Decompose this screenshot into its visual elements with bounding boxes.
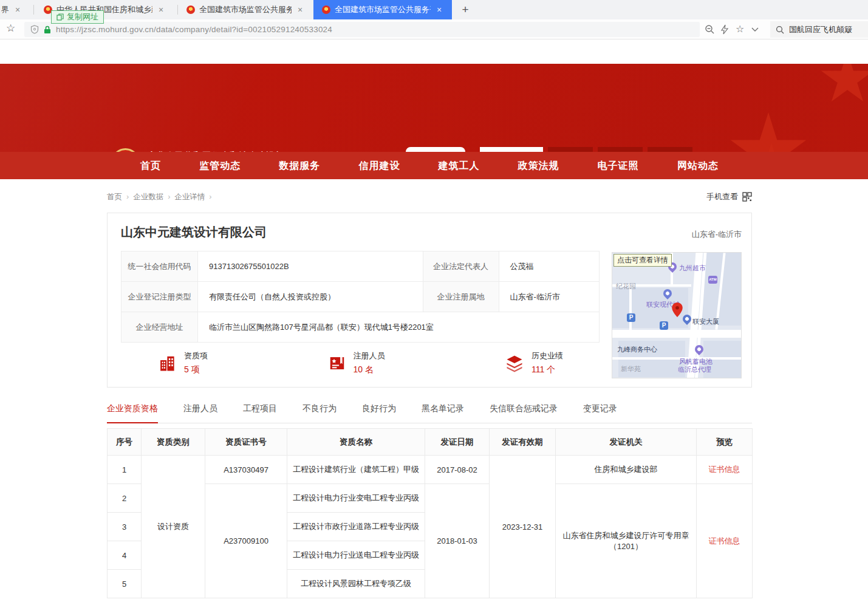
browser-tab-jzsc[interactable]: 全国建筑市场监管公共服务平台 ×	[179, 0, 312, 19]
lightning-icon[interactable]	[720, 24, 729, 35]
quick-search-text[interactable]: 国航回应飞机颠簸	[789, 24, 852, 35]
nav-item-ecert[interactable]: 电子证照	[598, 152, 639, 179]
search-tab-credit[interactable]: 诚信记录	[648, 147, 692, 152]
zoom-out-icon[interactable]	[705, 24, 715, 35]
url-bar[interactable]: https://jzsc.mohurd.gov.cn/data/company/…	[24, 22, 700, 37]
browser-tab-active[interactable]: 全国建筑市场监管公共服务平台 ×	[313, 0, 452, 19]
col-preview: 预览	[697, 429, 753, 456]
map-label-business-center: 九峰商务中心	[617, 345, 657, 354]
nav-item-policy[interactable]: 政策法规	[518, 152, 559, 179]
copy-tooltip-label: 复制网址	[67, 12, 98, 22]
mobile-view-label: 手机查看	[706, 191, 738, 202]
tab-close-icon[interactable]: ×	[298, 5, 302, 15]
tab-registered-personnel[interactable]: 注册人员	[183, 403, 217, 423]
chevron-down-icon[interactable]	[751, 27, 759, 32]
nav-item-home[interactable]: 首页	[140, 152, 161, 179]
cell-issue-date: 2018-01-03	[425, 484, 490, 598]
new-tab-button[interactable]: +	[457, 2, 473, 18]
site-banner: ★ 中华人民共和国住房和城乡建设部 www.mohurd.gov.cn 全国建筑…	[0, 64, 868, 152]
nav-item-news[interactable]: 网站动态	[677, 152, 719, 179]
search-tab-project[interactable]: 建设项目	[598, 147, 643, 152]
breadcrumb: 首页 › 企业数据 › 企业详情 ›	[107, 192, 212, 202]
bookmark-star-icon[interactable]: ☆	[6, 22, 15, 35]
emblem-favicon-icon	[322, 5, 330, 14]
breadcrumb-home[interactable]: 首页	[107, 192, 122, 202]
detail-tabs: 企业资质资格 注册人员 工程项目 不良行为 良好行为 黑名单记录 失信联合惩戒记…	[107, 403, 752, 423]
certificate-info-link[interactable]: 证书信息	[709, 536, 740, 545]
tab-good-behavior[interactable]: 良好行为	[362, 403, 396, 423]
nav-item-workers[interactable]: 建筑工人	[439, 152, 480, 179]
stat-qualifications[interactable]: 资质项 5 项	[159, 350, 208, 375]
cell-cert-no: A237009100	[205, 484, 287, 598]
cell-authority: 住房和城乡建设部	[556, 456, 697, 484]
favorite-star-icon[interactable]: ☆	[736, 23, 744, 35]
reg-area-label: 企业注册属地	[423, 282, 499, 312]
breadcrumb-company-data[interactable]: 企业数据	[133, 192, 163, 202]
mobile-view-button[interactable]: 手机查看	[706, 191, 752, 202]
stat-label: 注册人员	[354, 350, 385, 361]
company-info-table: 统一社会信用代码 91371302675501022B 企业法定代表人 公茂福 …	[121, 251, 600, 343]
quick-search-box[interactable]: 国航回应飞机颠簸	[770, 21, 868, 38]
breadcrumb-company-detail[interactable]: 企业详情	[174, 192, 205, 202]
tab-blacklist[interactable]: 黑名单记录	[422, 403, 464, 423]
nav-item-data-service[interactable]: 数据服务	[279, 152, 320, 179]
cell-no: 4	[108, 541, 142, 570]
nav-item-supervision[interactable]: 监管动态	[199, 152, 241, 179]
location-marker-icon	[672, 302, 683, 317]
cell-no: 5	[108, 570, 142, 598]
certificate-info-link[interactable]: 证书信息	[709, 465, 740, 474]
address-value: 临沂市兰山区陶然路107号星河晶都（联安）现代城1号楼2201室	[198, 312, 600, 343]
shield-icon[interactable]	[30, 25, 39, 34]
cell-no: 1	[108, 456, 142, 484]
cell-no: 2	[108, 484, 142, 513]
cell-issue-date: 2017-08-02	[425, 456, 490, 484]
cell-name: 工程设计建筑行业（建筑工程）甲级	[287, 456, 425, 484]
company-region: 山东省-临沂市	[692, 229, 742, 240]
tab-close-icon[interactable]: ×	[437, 5, 442, 15]
building-icon	[159, 354, 177, 372]
stat-registered-personnel[interactable]: 注册人员 10 名	[328, 350, 385, 375]
map-tooltip: 点击可查看详情	[613, 254, 672, 267]
col-issue-date: 发证日期	[425, 429, 490, 456]
parking-icon: P	[660, 321, 668, 330]
tab-projects[interactable]: 工程项目	[243, 403, 277, 423]
layers-icon	[505, 354, 524, 372]
cell-no: 3	[108, 513, 142, 541]
cell-name: 工程设计电力行业送电工程专业丙级	[287, 541, 425, 570]
cell-name: 工程设计电力行业变电工程专业丙级	[287, 484, 425, 513]
atm-icon: ATM	[708, 276, 717, 284]
browser-tab-bar: 界 × 中华人民共和国住房和城乡建设 × 全国建筑市场监管公共服务平台 × 全国…	[0, 0, 868, 19]
cell-name: 工程设计市政行业道路工程专业丙级	[287, 513, 425, 541]
stat-label: 历史业绩	[531, 350, 563, 361]
tab-qualifications[interactable]: 企业资质资格	[107, 403, 158, 423]
tab-close-icon[interactable]: ×	[159, 5, 163, 15]
tab-dishonesty[interactable]: 失信联合惩戒记录	[490, 403, 558, 423]
nav-item-credit[interactable]: 信用建设	[358, 152, 400, 179]
copy-url-tooltip: 复制网址	[51, 10, 104, 24]
stat-performance[interactable]: 历史业绩 111 个	[505, 350, 563, 375]
browser-toolbar: ☆ https://jzsc.mohurd.gov.cn/data/compan…	[0, 19, 868, 39]
address-label: 企业经营地址	[121, 312, 198, 343]
tab-title: 全国建筑市场监管公共服务平台	[199, 4, 292, 15]
legal-rep-value: 公茂福	[499, 251, 599, 282]
stat-label: 资质项	[184, 350, 208, 361]
qr-code-icon	[742, 192, 752, 202]
cell-validity: 2023-12-31	[490, 456, 556, 598]
qualification-table: 序号 资质类别 资质证书号 资质名称 发证日期 发证有效期 发证机关 预览 1 …	[107, 428, 753, 598]
search-tab-enterprise[interactable]: 建设工程企业	[480, 147, 543, 152]
tab-title: 全国建筑市场监管公共服务平台	[335, 4, 431, 15]
col-cert-no: 资质证书号	[205, 429, 287, 456]
tab-changes[interactable]: 变更记录	[583, 403, 617, 423]
copy-icon	[56, 13, 64, 21]
map-label-supermarket: 九州超市	[679, 264, 706, 273]
lock-icon	[44, 26, 51, 34]
company-summary-card: 山东中元建筑设计有限公司 山东省-临沂市 统一社会信用代码 9137130267…	[107, 213, 752, 388]
stat-value: 5 项	[184, 364, 208, 375]
tab-bad-behavior[interactable]: 不良行为	[302, 403, 337, 423]
browser-window: 界 × 中华人民共和国住房和城乡建设 × 全国建筑市场监管公共服务平台 × 全国…	[0, 0, 868, 605]
browser-tab-partial[interactable]: 界 ×	[0, 0, 30, 19]
location-map[interactable]: 点击可查看详情 九州超市 ATM 纪花园 联安现代城 联安大厦 P P 九峰商务…	[612, 252, 742, 378]
tab-close-icon[interactable]: ×	[15, 5, 20, 15]
url-text[interactable]: https://jzsc.mohurd.gov.cn/data/company/…	[56, 25, 332, 34]
search-tab-personnel[interactable]: 从业人员	[548, 147, 593, 152]
